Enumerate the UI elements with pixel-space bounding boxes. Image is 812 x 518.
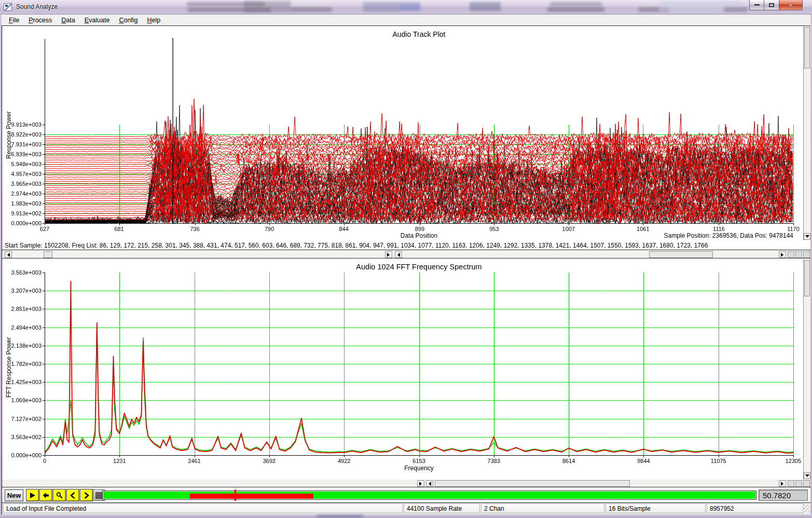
- titlebar-glass-artifact: [724, 7, 747, 12]
- bottom-y-axis-label: FFT Response Power: [5, 337, 12, 398]
- scroll-corner-box[interactable]: [803, 251, 810, 258]
- menubar: File Process Data Evaluate Config Help: [0, 15, 812, 26]
- titlebar-glass-artifact: [244, 1, 291, 12]
- scroll-corner-box[interactable]: [795, 251, 802, 258]
- triangle-left-icon: [426, 482, 431, 486]
- maximize-icon: [769, 3, 774, 7]
- titlebar-glass-artifact: [547, 7, 604, 12]
- sample-position-info: Sample Position: 2369536, Data Pos: 9478…: [664, 232, 793, 239]
- scroll-corner-box[interactable]: [795, 480, 802, 487]
- hscroll2-right-button[interactable]: [779, 251, 786, 258]
- close-button[interactable]: [779, 0, 803, 10]
- bottom-chart-title: Audio 1024 FFT Frequency Spectrum: [45, 263, 793, 271]
- hscroll4-right-button[interactable]: [779, 480, 786, 487]
- titlebar-glass-artifact: [550, 2, 602, 6]
- close-icon: [788, 3, 794, 8]
- caption-buttons: [749, 0, 803, 10]
- bitmap-icon: [95, 492, 103, 499]
- top-y-axis-label: Response Power: [5, 112, 12, 159]
- minimize-button[interactable]: [749, 0, 764, 10]
- scroll-corner-box[interactable]: [803, 480, 810, 487]
- hscroll3-right-button[interactable]: [417, 480, 424, 487]
- hscroll4-thumb[interactable]: [435, 480, 630, 487]
- triangle-right-icon: [781, 482, 786, 486]
- window-title: Sound Analyze: [16, 3, 58, 10]
- play-icon: [29, 492, 36, 499]
- hscroll2-thumb[interactable]: [649, 251, 713, 258]
- app-icon[interactable]: [4, 3, 12, 11]
- resize-grip[interactable]: [802, 505, 810, 512]
- magnifier-icon: [56, 492, 63, 499]
- arrow-left-icon: [43, 492, 49, 499]
- menu-config[interactable]: Config: [114, 16, 142, 25]
- titlebar-glass-artifact: [363, 2, 400, 12]
- bits-field: 16 Bits/Sample: [605, 503, 706, 513]
- chevron-right-icon: [83, 492, 90, 499]
- hscroll2-left-button[interactable]: [395, 251, 402, 258]
- hscroll4-left-button[interactable]: [426, 480, 433, 487]
- playback-progress-bar[interactable]: [102, 490, 756, 500]
- chevron-left-icon: [70, 492, 76, 499]
- prev-button[interactable]: [66, 489, 79, 501]
- status-message: Load of Input File Completed: [3, 503, 403, 513]
- position-value-box[interactable]: 50.7820: [759, 489, 808, 501]
- scroll-corner-box[interactable]: [788, 251, 794, 258]
- top-chart-title: Audio Track Plot: [45, 30, 793, 38]
- triangle-right-icon: [781, 253, 786, 257]
- menu-process[interactable]: Process: [24, 16, 57, 25]
- top-vertical-scrollbar-thumb[interactable]: [804, 27, 810, 69]
- taskbar-glass-artifact: [316, 515, 363, 517]
- bottom-vertical-scrollbar[interactable]: [803, 259, 810, 480]
- titlebar-glass-artifact: [400, 3, 420, 11]
- triangle-left-icon: [5, 253, 10, 257]
- hscroll1-left-button[interactable]: [5, 251, 12, 258]
- position-marker[interactable]: [235, 489, 236, 501]
- bottom-horizontal-scrollbar-row: [2, 480, 811, 487]
- triangle-right-icon: [387, 253, 392, 257]
- bottom-x-axis-label: Frequency: [45, 465, 793, 472]
- triangle-left-icon: [395, 253, 400, 257]
- fft-spectrum-canvas[interactable]: [2, 259, 801, 480]
- top-scroll-down-button[interactable]: [804, 233, 810, 240]
- scroll-corner-box[interactable]: [788, 480, 794, 487]
- menu-file[interactable]: File: [4, 16, 24, 25]
- rewind-button[interactable]: [39, 489, 52, 501]
- channels-field: 2 Chan: [481, 503, 604, 513]
- menu-evaluate[interactable]: Evaluate: [80, 16, 115, 25]
- window-border-bottom: [0, 514, 812, 518]
- menu-data[interactable]: Data: [57, 16, 79, 25]
- app-window: Sound Analyze File Process Data Evaluate…: [0, 0, 812, 518]
- play-button[interactable]: [26, 489, 39, 501]
- next-button[interactable]: [80, 489, 93, 501]
- hscroll1-right-button[interactable]: [385, 251, 392, 258]
- menu-help[interactable]: Help: [143, 16, 166, 25]
- hscroll1-thumb[interactable]: [44, 251, 52, 258]
- audio-track-plot-canvas[interactable]: [2, 26, 801, 240]
- transport-toolbar: New: [2, 488, 811, 503]
- selection-region[interactable]: [190, 494, 313, 499]
- track-status-line: Start Sample: 1502208, Freq List: 86, 12…: [2, 240, 811, 250]
- audio-track-plot-panel: Audio Track Plot Response Power Data Pos…: [2, 26, 811, 240]
- window-border-left: [0, 15, 2, 518]
- statusbar: Load of Input File Completed 44100 Sampl…: [2, 503, 811, 514]
- new-button[interactable]: New: [5, 489, 23, 501]
- top-horizontal-scrollbar-row: [2, 251, 811, 258]
- sample-rate-field: 44100 Sample Rate: [404, 503, 480, 513]
- titlebar-glass-artifact: [470, 2, 501, 11]
- minimize-icon: [754, 4, 760, 6]
- top-vertical-scrollbar[interactable]: [803, 26, 810, 240]
- maximize-button[interactable]: [764, 0, 779, 10]
- triangle-down-icon: [805, 474, 809, 479]
- fft-spectrum-panel: Audio 1024 FFT Frequency Spectrum FFT Re…: [2, 259, 811, 480]
- length-field: 8957952: [707, 503, 804, 513]
- bottom-vertical-scrollbar-thumb[interactable]: [804, 260, 810, 296]
- client-area: Audio Track Plot Response Power Data Pos…: [2, 26, 810, 514]
- bottom-scroll-down-button[interactable]: [804, 472, 810, 479]
- zoom-button[interactable]: [53, 489, 66, 501]
- triangle-down-icon: [805, 235, 809, 240]
- titlebar-glass-artifact: [291, 7, 332, 12]
- titlebar[interactable]: Sound Analyze: [0, 0, 812, 15]
- triangle-right-icon: [419, 482, 424, 486]
